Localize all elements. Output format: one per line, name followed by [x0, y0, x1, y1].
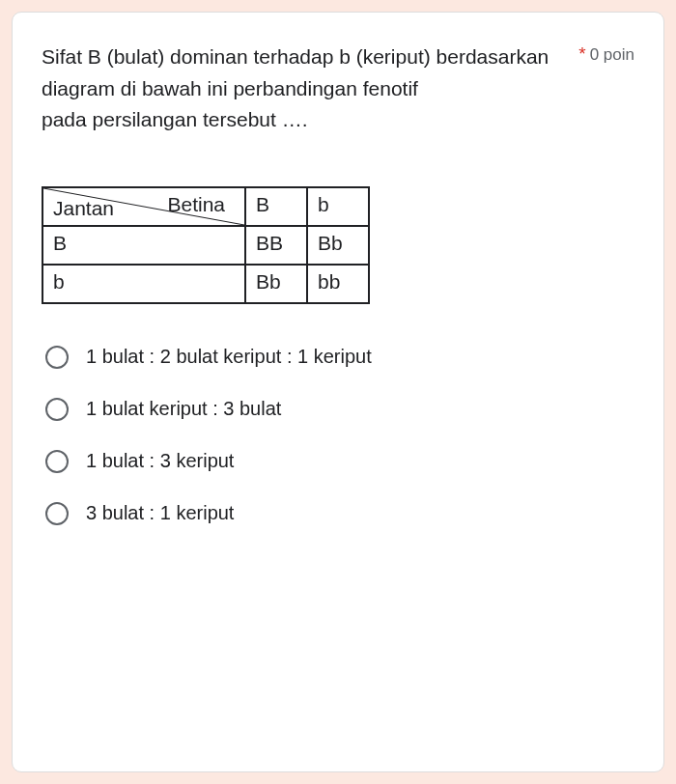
- table-diagonal-header: Betina Jantan: [42, 187, 245, 226]
- radio-icon: [45, 450, 69, 473]
- required-asterisk: *: [578, 43, 585, 64]
- punnett-table: Betina Jantan B b B BB Bb b Bb bb: [42, 186, 370, 304]
- question-card: Sifat B (bulat) dominan terhadap b (keri…: [12, 12, 664, 772]
- option-0[interactable]: 1 bulat : 2 bulat keriput : 1 keriput: [42, 331, 634, 383]
- row-header-0: B: [42, 226, 245, 265]
- row-header-1: b: [42, 265, 245, 303]
- option-3[interactable]: 3 bulat : 1 keriput: [42, 488, 634, 540]
- option-label: 1 bulat keriput : 3 bulat: [86, 398, 281, 420]
- option-2[interactable]: 1 bulat : 3 keriput: [42, 435, 634, 488]
- col-axis-label: Betina: [167, 193, 225, 216]
- cell-1-1: bb: [307, 265, 369, 303]
- points-value: 0 poin: [590, 45, 634, 64]
- radio-icon: [45, 398, 69, 421]
- cell-0-0: BB: [245, 226, 307, 265]
- punnett-table-wrap: Betina Jantan B b B BB Bb b Bb bb: [42, 186, 634, 304]
- row-axis-label: Jantan: [53, 197, 114, 220]
- question-header: Sifat B (bulat) dominan terhadap b (keri…: [42, 42, 634, 136]
- cell-0-1: Bb: [307, 226, 369, 265]
- question-text: Sifat B (bulat) dominan terhadap b (keri…: [42, 42, 559, 136]
- option-label: 3 bulat : 1 keriput: [86, 502, 234, 524]
- options-group: 1 bulat : 2 bulat keriput : 1 keriput 1 …: [42, 331, 634, 540]
- option-label: 1 bulat : 2 bulat keriput : 1 keriput: [86, 346, 372, 368]
- col-header-0: B: [245, 187, 307, 226]
- radio-icon: [45, 346, 69, 369]
- points-label: *0 poin: [578, 43, 634, 65]
- option-1[interactable]: 1 bulat keriput : 3 bulat: [42, 383, 634, 435]
- option-label: 1 bulat : 3 keriput: [86, 450, 234, 472]
- cell-1-0: Bb: [245, 265, 307, 303]
- col-header-1: b: [307, 187, 369, 226]
- radio-icon: [45, 502, 69, 525]
